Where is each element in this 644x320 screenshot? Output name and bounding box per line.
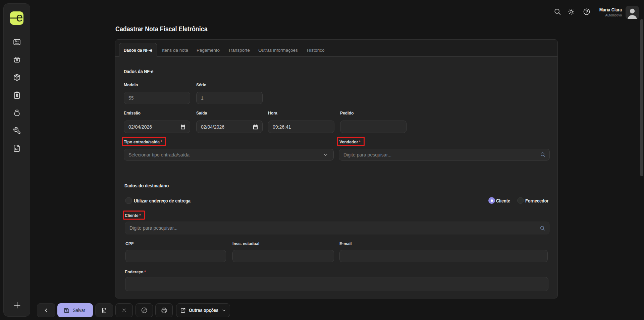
svg-text:e: e bbox=[16, 11, 23, 24]
